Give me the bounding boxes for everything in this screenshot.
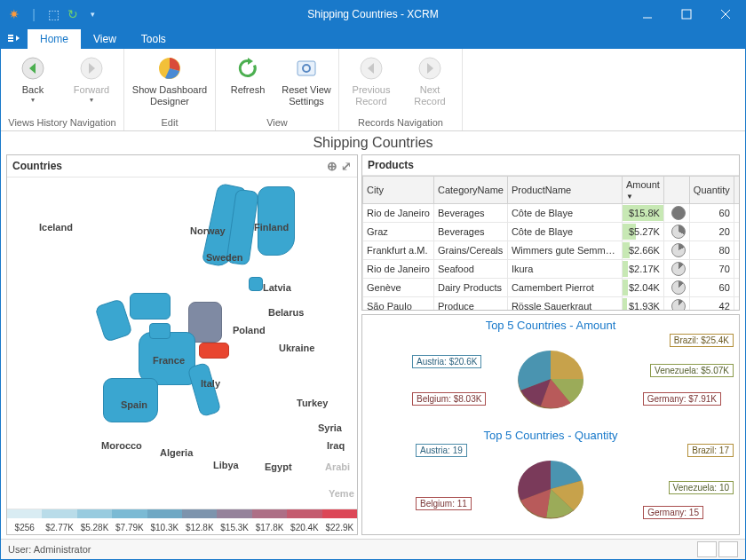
legend-swatch: $7.79K <box>112 509 147 534</box>
reset-view-settings-button[interactable]: Reset View Settings <box>282 54 331 106</box>
table-row[interactable]: GenèveDairy ProductsCamembert Pierrot$2.… <box>363 279 740 297</box>
show-dashboard-designer-button[interactable]: Show Dashboard Designer <box>131 54 208 106</box>
ribbon-group-navigation: Back▾ Forward▾ Views History Navigation <box>1 49 124 130</box>
map-label: Morocco <box>101 440 142 451</box>
refresh-button[interactable]: Refresh <box>223 54 273 96</box>
col-quantity-gauge[interactable] <box>734 177 739 204</box>
callout-austria: Austria: 19 <box>416 444 467 457</box>
table-row[interactable]: Rio de JaneiroBeveragesCôte de Blaye$15.… <box>363 204 740 223</box>
previous-record-button[interactable]: Previous Record <box>346 54 396 106</box>
map-label: Finland <box>254 222 289 233</box>
back-label: Back <box>22 84 44 96</box>
pie-chart-amount <box>511 343 591 414</box>
expand-icon[interactable]: ⤢ <box>341 159 352 173</box>
col-city[interactable]: City <box>363 177 434 204</box>
map-label: Sweden <box>206 252 243 263</box>
tab-tools[interactable]: Tools <box>129 29 179 49</box>
map-label: Turkey <box>297 398 328 408</box>
ribbon-group-caption: Records Navigation <box>358 114 443 130</box>
map-label: Poland <box>233 325 266 335</box>
legend-swatch: $17.8K <box>252 509 287 534</box>
svg-rect-10 <box>298 61 315 75</box>
map-label: Ukraine <box>279 343 314 353</box>
countries-map-panel: Countries ⊕ ⤢ Iceland Norwa <box>6 154 358 535</box>
pie-chart-icon <box>155 54 184 83</box>
grid-panel-title: Products <box>368 159 414 171</box>
refresh-label: Refresh <box>231 84 266 96</box>
zoom-icon[interactable]: ⊕ <box>327 159 337 173</box>
legend-swatch: $22.9K <box>322 509 357 534</box>
forward-button[interactable]: Forward▾ <box>67 54 116 104</box>
map-label: Libya <box>213 460 239 470</box>
status-bar: User: Administrator <box>1 539 745 559</box>
pie-amount-title: Top 5 Countries - Amount <box>486 319 616 332</box>
map-label: Norway <box>190 225 226 236</box>
legend-swatch: $2.77K <box>42 509 76 534</box>
map-label: Arabi <box>325 461 350 472</box>
map-label: Belarus <box>268 307 304 318</box>
chevron-down-icon: ▾ <box>90 96 93 104</box>
prev-label-2: Record <box>355 96 386 107</box>
map-label: Iceland <box>39 222 73 233</box>
view-mode-1-button[interactable] <box>697 541 717 557</box>
title-bar: ✷ | ⬚ ↻ ▾ Shipping Countries - XCRM <box>1 1 745 28</box>
designer-label-1: Show Dashboard <box>132 84 207 96</box>
view-mode-2-button[interactable] <box>718 541 738 557</box>
pie-qty-title: Top 5 Countries - Quantity <box>483 429 617 442</box>
designer-label-2: Designer <box>150 96 189 107</box>
prev-label-1: Previous <box>353 84 391 96</box>
svg-rect-5 <box>8 37 13 39</box>
tab-view[interactable]: View <box>81 29 129 49</box>
table-row[interactable]: Frankfurt a.M.Grains/CerealsWimmers gute… <box>363 241 740 260</box>
ribbon-group-records-navigation: Previous Record Next Record Records Navi… <box>339 49 463 130</box>
table-row[interactable]: GrazBeveragesCôte de Blaye$5.27K20 <box>363 223 740 241</box>
map-label: Spain <box>121 399 147 410</box>
callout-germany: Germany: 15 <box>643 506 703 519</box>
next-label: Next Record <box>405 84 455 106</box>
callout-germany: Germany: $7.91K <box>643 392 721 406</box>
ribbon-group-view: Refresh Reset View Settings View <box>216 49 339 130</box>
next-record-button[interactable]: Next Record <box>405 54 455 106</box>
previous-icon <box>357 54 385 83</box>
col-product[interactable]: ProductName <box>507 177 622 204</box>
callout-venezuela: Venezuela: $5.07K <box>650 364 734 377</box>
map-panel-title: Countries <box>12 160 62 172</box>
map-legend: $256$2.77K$5.28K$7.79K$10.3K$12.8K$15.3K… <box>7 509 357 534</box>
page-title: Shipping Countries <box>1 135 745 151</box>
callout-austria: Austria: $20.6K <box>412 355 481 368</box>
sort-desc-icon: ▼ <box>626 193 633 201</box>
svg-rect-6 <box>8 40 13 42</box>
back-button[interactable]: Back▾ <box>8 54 58 104</box>
col-quantity[interactable]: Quantity <box>689 177 734 204</box>
map-canvas[interactable]: Iceland Norway Finland Sweden Latvia Bel… <box>7 177 357 509</box>
tab-home[interactable]: Home <box>28 29 81 49</box>
reset-label-2: Settings <box>289 96 324 107</box>
legend-swatch: $5.28K <box>77 509 112 534</box>
map-label: Latvia <box>263 282 291 293</box>
col-category[interactable]: CategoryName <box>433 177 507 204</box>
back-icon <box>19 54 47 83</box>
map-label: France <box>153 355 185 366</box>
callout-belgium: Belgium: $8.03K <box>412 392 486 406</box>
forward-label: Forward <box>74 84 109 96</box>
legend-swatch: $10.3K <box>147 509 182 534</box>
col-amount[interactable]: Amount ▼ <box>622 177 663 204</box>
map-label: Algeria <box>160 447 193 458</box>
legend-swatch: $20.4K <box>287 509 321 534</box>
callout-brazil: Brazil: $25.4K <box>670 334 734 347</box>
table-row[interactable]: Rio de JaneiroSeafoodIkura$2.17K70 <box>363 260 740 279</box>
chevron-down-icon: ▾ <box>31 96 35 104</box>
refresh-icon <box>234 54 262 83</box>
table-row[interactable]: São PauloProduceRössle Sauerkraut$1.93K4… <box>363 297 740 311</box>
file-tab[interactable] <box>1 28 28 49</box>
ribbon-group-edit: Show Dashboard Designer Edit <box>124 49 216 130</box>
callout-belgium: Belgium: 11 <box>416 497 472 510</box>
settings-icon <box>292 54 321 83</box>
products-table[interactable]: City CategoryName ProductName Amount ▼ Q… <box>362 176 739 310</box>
map-label: Egypt <box>265 461 292 472</box>
content-area: Shipping Countries Countries ⊕ ⤢ <box>1 131 745 539</box>
ribbon-group-caption: Views History Navigation <box>8 114 115 130</box>
next-icon <box>416 54 444 83</box>
forward-icon <box>77 54 106 83</box>
col-amount-gauge[interactable] <box>663 177 689 204</box>
